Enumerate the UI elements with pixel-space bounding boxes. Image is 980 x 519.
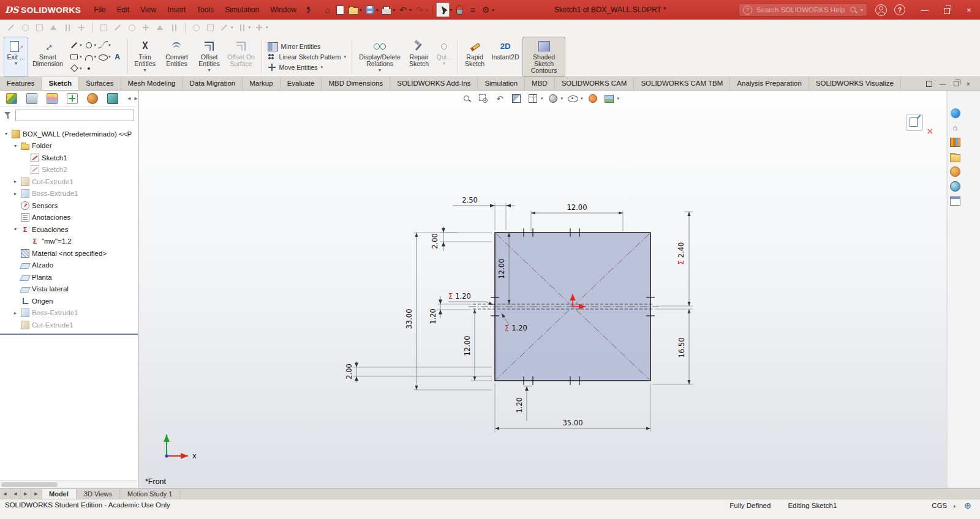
rapid-sketch-button[interactable]: Rapid Sketch (461, 37, 488, 77)
view-orientation-icon[interactable] (526, 92, 540, 105)
tree-item-vista-lateral[interactable]: Vista lateral (0, 283, 138, 296)
zoom-to-area-icon[interactable] (477, 92, 490, 105)
move-dropdown-icon[interactable]: ▾ (321, 65, 323, 70)
dimension-12-00-lower-left[interactable]: 12.00 (463, 309, 492, 381)
tab-model[interactable]: Model (42, 489, 77, 499)
zoom-to-fit-icon[interactable] (460, 92, 473, 105)
select-button[interactable] (436, 2, 450, 17)
offset-dropdown-icon[interactable]: ▾ (208, 67, 211, 73)
open-button[interactable] (347, 3, 360, 17)
dimension-2-50[interactable]: 2.50 (453, 196, 515, 230)
arc-dropdown-icon[interactable]: ▾ (94, 54, 97, 59)
tab-solidworks-cam[interactable]: SOLIDWORKS CAM (555, 77, 635, 90)
quick-access-icon[interactable] (169, 23, 179, 33)
display-style-dropdown-icon[interactable]: ▾ (561, 96, 564, 101)
tree-item-boss-extrude1-feature[interactable]: ▸ Boss-Extrude1 (0, 307, 138, 319)
circle-dropdown-icon[interactable]: ▾ (94, 43, 97, 48)
help-icon[interactable]: ? (894, 4, 905, 15)
tree-item-alzado[interactable]: Alzado (0, 260, 138, 272)
ellipse-tool-button[interactable]: ▾ (98, 52, 111, 62)
menu-insert[interactable]: Insert (162, 0, 191, 20)
last-tab-icon[interactable]: ▶ (31, 489, 42, 499)
spline-dropdown-icon[interactable]: ▾ (108, 43, 111, 48)
propertymanager-tab-icon[interactable] (26, 93, 37, 104)
dimension-text[interactable]: Σ1.20 (448, 292, 471, 301)
quick-access-dropdown-icon[interactable]: ▾ (249, 25, 251, 30)
globe-icon[interactable]: ⊕ (964, 501, 971, 510)
tab-markup[interactable]: Markup (243, 77, 280, 90)
design-library-icon[interactable] (950, 137, 960, 147)
dimension-text[interactable]: 16.50 (677, 338, 686, 358)
close-document-icon[interactable]: × (967, 80, 970, 88)
trim-dropdown-icon[interactable]: ▾ (144, 67, 146, 73)
user-profile-icon[interactable] (875, 4, 887, 16)
dimension-1-20-bottom[interactable]: 1.20 (515, 386, 532, 421)
featuremanager-tree-tab-icon[interactable] (6, 93, 17, 104)
appearances-icon[interactable] (950, 166, 960, 177)
tree-item-sensors[interactable]: Sensors (0, 200, 138, 212)
tab-features[interactable]: Features (0, 77, 42, 90)
tab-simulation[interactable]: Simulation (478, 77, 525, 90)
linear-sketch-pattern-button[interactable]: Linear Sketch Pattern ▾ (268, 53, 347, 61)
expander-icon[interactable]: ▾ (12, 226, 18, 232)
tree-item-boss-extrude1[interactable]: ▸ Boss-Extrude1 (0, 188, 138, 200)
tree-item-planta[interactable]: Planta (0, 271, 138, 283)
quick-access-icon[interactable] (20, 23, 31, 33)
tree-item-part-root[interactable]: ▾ BOX_WALL (Predeterminado) <<P (0, 128, 138, 140)
save-button[interactable] (364, 3, 376, 17)
exit-sketch-dropdown-icon[interactable]: ▾ (15, 61, 17, 67)
dimension-text[interactable]: 2.50 (462, 196, 478, 204)
polygon-dropdown-icon[interactable]: ▾ (80, 66, 82, 71)
quick-access-icon[interactable] (34, 23, 45, 33)
restore-document-icon[interactable] (954, 81, 959, 86)
spline-tool-button[interactable]: ▾ (98, 40, 111, 50)
quick-access-icon[interactable] (62, 23, 73, 33)
dimension-33-00[interactable]: 33.00 (405, 233, 492, 390)
quick-access-icon[interactable] (141, 23, 151, 33)
tabs-scroll-right-icon[interactable]: ▶ (134, 96, 137, 101)
minimize-document-icon[interactable]: — (940, 80, 946, 88)
tree-item-equation-mw[interactable]: Σ "mw"=1.2 (0, 236, 138, 248)
file-properties-button[interactable]: ≡ (467, 3, 479, 17)
tab-solidworks-add-ins[interactable]: SOLIDWORKS Add-Ins (390, 77, 478, 90)
expander-icon[interactable]: ▸ (12, 310, 18, 316)
repair-sketch-button[interactable]: Repair Sketch (404, 37, 434, 77)
point-tool-button[interactable] (84, 64, 94, 73)
dimension-text[interactable]: 12.00 (567, 203, 587, 212)
threedexperience-icon[interactable] (950, 108, 960, 118)
shaded-sketch-contours-button[interactable]: Shaded Sketch Contours (522, 37, 565, 77)
tree-item-sketch1[interactable]: Sketch1 (0, 152, 138, 164)
minimize-window-button[interactable]: — (914, 0, 936, 20)
tab-mbd-dimensions[interactable]: MBD Dimensions (322, 77, 390, 90)
tree-item-sketch2[interactable]: Sketch2 (0, 164, 138, 176)
text-tool-button[interactable]: A (113, 52, 123, 62)
custom-properties-icon[interactable] (950, 196, 960, 206)
tree-item-material[interactable]: Material <not specified> (0, 247, 138, 260)
panel-horizontal-scrollbar[interactable] (0, 480, 137, 488)
dimension-2-00-bottom-left[interactable]: 2.00 (345, 361, 492, 383)
unit-system[interactable]: CGS (932, 502, 947, 509)
quick-access-icon[interactable] (127, 23, 137, 33)
rectangle-dropdown-icon[interactable]: ▾ (80, 54, 82, 59)
dimension-1-20-sigma-left[interactable]: Σ1.20 (448, 292, 493, 305)
menu-window[interactable]: Window (265, 0, 302, 20)
section-view-icon[interactable] (510, 92, 523, 105)
dimension-text[interactable]: 1.20 (515, 397, 524, 413)
scrollbar-thumb[interactable] (1, 482, 58, 487)
scenes-icon[interactable] (950, 181, 960, 192)
pattern-dropdown-icon[interactable]: ▾ (344, 54, 347, 59)
move-entities-button[interactable]: Move Entities ▾ (268, 63, 347, 72)
tab-sketch[interactable]: Sketch (42, 77, 79, 90)
sketch-canvas[interactable]: 2.50 12.00 2.00 (139, 91, 946, 488)
quick-access-icon[interactable] (77, 23, 87, 33)
quick-access-icon[interactable] (48, 23, 59, 33)
edit-appearance-icon[interactable] (586, 92, 600, 105)
undo-dropdown-icon[interactable]: ▾ (409, 7, 412, 13)
arc-tool-button[interactable]: ▾ (84, 52, 97, 62)
tab-data-migration[interactable]: Data Migration (183, 77, 243, 90)
mirror-entities-button[interactable]: Mirror Entities (268, 42, 347, 51)
unit-system-dropdown-icon[interactable]: ▴ (953, 503, 956, 509)
print-button[interactable] (380, 3, 393, 17)
undock-commandmanager-icon[interactable] (926, 81, 932, 87)
displaymanager-tab-icon[interactable] (87, 93, 98, 104)
